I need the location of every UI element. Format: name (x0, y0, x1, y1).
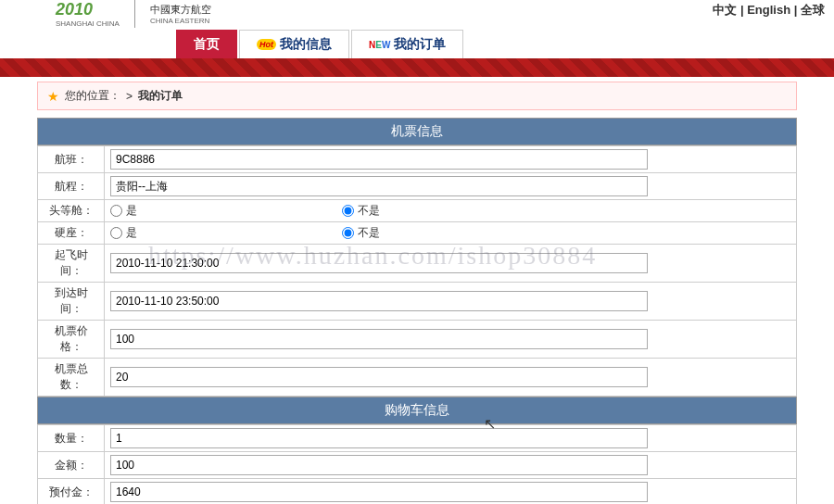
first-class-yes-label: 是 (126, 203, 137, 219)
breadcrumb-current: 我的订单 (138, 88, 183, 104)
route-label: 航程： (38, 173, 105, 200)
tab-my-info[interactable]: Hot 我的信息 (239, 30, 349, 58)
first-class-no-group[interactable]: 不是 (342, 203, 380, 219)
hard-seat-yes-label: 是 (126, 225, 137, 241)
hard-seat-no-label: 不是 (358, 225, 380, 241)
header: 2010 SHANGHAI CHINA 中國東方航空 CHINA EASTERN… (0, 0, 834, 32)
price-input[interactable] (110, 329, 648, 349)
ticket-section-header: 机票信息 (37, 118, 797, 145)
arrive-time-input[interactable] (110, 291, 648, 311)
lang-global-link[interactable]: 全球 (801, 3, 825, 17)
airline-name-zh: 中國東方航空 (150, 3, 211, 17)
logo-divider (134, 0, 135, 28)
star-icon: ★ (47, 89, 59, 104)
deposit-label: 预付金： (38, 479, 105, 505)
total-input[interactable] (110, 367, 648, 387)
hard-seat-label: 硬座： (38, 222, 105, 245)
logo-year: 2010 (56, 0, 120, 19)
hard-seat-no-group[interactable]: 不是 (342, 225, 380, 241)
red-banner (0, 58, 834, 77)
flight-no-input[interactable] (110, 149, 648, 170)
content-area: ★ 您的位置： > 我的订单 机票信息 航班： 航程： 头等舱： (0, 77, 834, 504)
lang-zh-link[interactable]: 中文 (713, 3, 737, 17)
hot-badge-icon: Hot (257, 39, 276, 50)
lang-en-link[interactable]: English (747, 3, 790, 17)
tab-home-label: 首页 (194, 36, 220, 53)
new-badge-icon: NEW (369, 40, 390, 50)
logo-city: SHANGHAI CHINA (56, 19, 120, 28)
hard-seat-yes-group[interactable]: 是 (110, 225, 342, 241)
tab-my-orders-label: 我的订单 (394, 36, 446, 53)
qty-label: 数量： (38, 425, 105, 452)
route-input[interactable] (110, 176, 648, 196)
first-class-yes-radio[interactable] (110, 205, 122, 217)
arrive-time-label: 到达时间： (38, 283, 105, 321)
flight-no-label: 航班： (38, 146, 105, 173)
depart-time-label: 起飞时间： (38, 245, 105, 283)
amount-input[interactable] (110, 455, 648, 475)
breadcrumb-sep: > (126, 90, 133, 103)
breadcrumb: ★ 您的位置： > 我的订单 (37, 82, 797, 110)
deposit-input[interactable] (110, 482, 648, 502)
qty-input[interactable] (110, 428, 648, 448)
tab-home[interactable]: 首页 (176, 30, 237, 58)
hard-seat-yes-radio[interactable] (110, 227, 122, 239)
first-class-no-radio[interactable] (342, 205, 354, 217)
first-class-yes-group[interactable]: 是 (110, 203, 342, 219)
expo-logo: 2010 SHANGHAI CHINA (56, 0, 120, 28)
cart-form-table: 数量： 金额： 预付金： 日期： 生成订单 返回 (37, 424, 797, 504)
cart-section-header: 购物车信息 (37, 397, 797, 424)
nav-tabs: 首页 Hot 我的信息 NEW 我的订单 (0, 32, 834, 58)
tab-my-orders[interactable]: NEW 我的订单 (351, 30, 463, 58)
logo-area: 2010 SHANGHAI CHINA 中國東方航空 CHINA EASTERN (56, 0, 211, 28)
airline-logo: 中國東方航空 CHINA EASTERN (150, 3, 211, 25)
price-label: 机票价格： (38, 321, 105, 359)
first-class-no-label: 不是 (358, 203, 380, 219)
tab-my-info-label: 我的信息 (280, 36, 332, 53)
hard-seat-no-radio[interactable] (342, 227, 354, 239)
depart-time-input[interactable] (110, 253, 648, 273)
first-class-label: 头等舱： (38, 200, 105, 222)
amount-label: 金额： (38, 452, 105, 479)
ticket-form-table: 航班： 航程： 头等舱： 是 不是 (37, 145, 797, 397)
airline-name-en: CHINA EASTERN (150, 17, 211, 25)
breadcrumb-prefix: 您的位置： (65, 88, 120, 104)
total-label: 机票总数： (38, 359, 105, 397)
language-switcher: 中文 | English | 全球 (713, 0, 825, 19)
